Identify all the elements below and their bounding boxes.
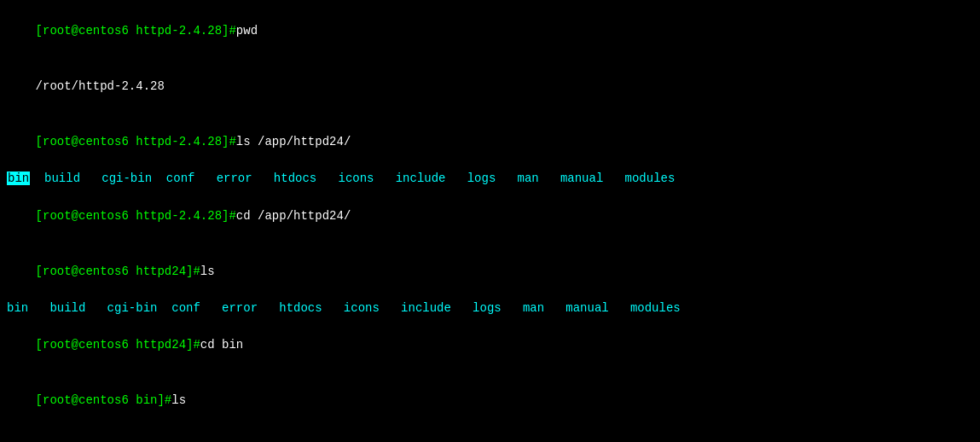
line-9: [root@centos6 bin]#ls [7, 374, 973, 429]
prompt-6: [root@centos6 httpd24]# [36, 265, 200, 278]
line-10-bin: ab apxs dbmmanage envvars-std htcachecle… [7, 429, 973, 442]
dir-bin-highlight: bin [7, 172, 30, 185]
line-4-ls: bin build cgi-bin conf error htdocs icon… [7, 170, 973, 189]
line-3: [root@centos6 httpd-2.4.28]#ls /app/http… [7, 114, 973, 170]
prompt-5: [root@centos6 httpd-2.4.28]# [36, 209, 236, 223]
line-8: [root@centos6 httpd24]#cd bin [7, 318, 973, 374]
line-6: [root@centos6 httpd24]#ls [7, 244, 973, 300]
cmd-1: pwd [236, 24, 258, 38]
output-pwd: /root/httpd-2.4.28 [36, 79, 165, 93]
cmd-9: ls [171, 393, 186, 407]
cmd-8: cd bin [200, 338, 243, 352]
prompt-1: [root@centos6 httpd-2.4.28]# [36, 24, 236, 38]
terminal: [root@centos6 httpd-2.4.28]#pwd /root/ht… [7, 3, 973, 442]
prompt-8: [root@centos6 httpd24]# [36, 338, 200, 352]
line-1: [root@centos6 httpd-2.4.28]#pwd [7, 3, 973, 59]
line-7-ls: bin build cgi-bin conf error htdocs icon… [7, 300, 973, 318]
cmd-3: ls /app/httpd24/ [236, 135, 351, 148]
line-2: /root/httpd-2.4.28 [7, 59, 973, 114]
dir-items-1: build cgi-bin conf error htdocs icons in… [30, 172, 675, 185]
prompt-3: [root@centos6 httpd-2.4.28]# [36, 135, 236, 148]
cmd-5: cd /app/httpd24/ [236, 209, 351, 223]
line-5: [root@centos6 httpd-2.4.28]#cd /app/http… [7, 189, 973, 244]
prompt-9: [root@centos6 bin]# [36, 393, 172, 407]
dir-items-2: bin build cgi-bin conf error htdocs icon… [7, 301, 681, 315]
cmd-6: ls [200, 265, 215, 278]
